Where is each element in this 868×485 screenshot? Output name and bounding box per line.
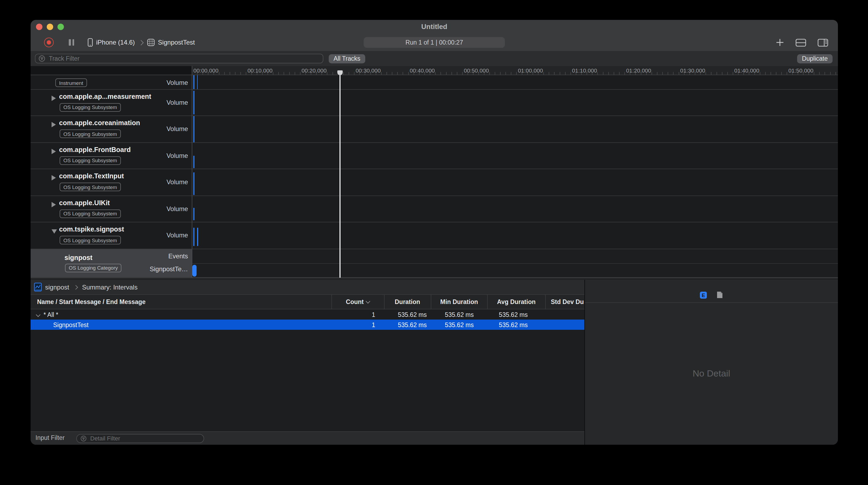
document-detail-tab[interactable]	[716, 291, 723, 299]
row-expand-chevron-icon[interactable]	[36, 312, 40, 317]
time-ruler[interactable]: 00:00.000 00:10.000 00:20.000 00:30.000 …	[31, 66, 838, 75]
tick-label: 01:30.000	[680, 67, 705, 73]
breadcrumb-instrument[interactable]: signpost	[45, 283, 69, 291]
bottom-section: signpost Summary: Intervals Name / Start…	[31, 280, 838, 445]
disclosure-triangle-icon[interactable]	[52, 175, 56, 180]
disclosure-triangle-icon[interactable]	[52, 229, 57, 234]
detail-filter-field[interactable]	[76, 434, 204, 443]
signpost-track-header[interactable]	[31, 249, 192, 277]
track-name: com.tspike.signpost	[59, 225, 124, 233]
row-name: * All *	[43, 311, 58, 318]
track-kind-badge: OS Logging Subsystem	[60, 156, 121, 164]
column-header-avg-duration[interactable]: Avg Duration	[487, 295, 545, 309]
column-header-duration[interactable]: Duration	[384, 295, 431, 309]
track-header-divider	[192, 66, 192, 277]
timeline: 00:00.000 00:10.000 00:20.000 00:30.000 …	[31, 66, 838, 277]
tick-label: 00:30.000	[355, 67, 380, 73]
track-row[interactable]: com.tspike.signpost OS Logging Subsystem…	[31, 222, 838, 249]
lane-label: SignpostTe…	[150, 265, 188, 273]
track-row[interactable]: com.apple.ap...measurement OS Logging Su…	[31, 89, 838, 116]
row-count-cell: 1	[331, 320, 384, 330]
track-row[interactable]: Instrument Volume	[31, 75, 838, 89]
disclosure-triangle-icon[interactable]	[52, 122, 56, 127]
lane-label: Volume	[166, 205, 188, 213]
no-detail-message: No Detail	[693, 368, 730, 379]
table-row-selected[interactable]: SignpostTest 1 535.62 ms 535.62 ms 535.6…	[31, 320, 584, 330]
event-line	[193, 228, 194, 246]
row-min-duration-cell: 535.62 ms	[431, 309, 487, 320]
detail-filter-input[interactable]	[89, 434, 200, 442]
column-header-name[interactable]: Name / Start Message / End Message	[31, 295, 331, 309]
table-empty-area	[31, 330, 584, 431]
row-avg-duration-cell: 535.62 ms	[487, 320, 545, 330]
tick-label: 01:40.000	[734, 67, 759, 73]
app-icon	[147, 39, 155, 46]
row-count-cell: 1	[331, 309, 384, 320]
target-picker[interactable]: iPhone (14.6) SignpostTest	[88, 34, 195, 51]
column-header-count-label: Count	[346, 299, 364, 305]
summary-pane: signpost Summary: Intervals Name / Start…	[31, 280, 584, 445]
detail-pane-content: No Detail	[585, 303, 838, 445]
track-name: com.apple.TextInput	[59, 173, 124, 180]
track-kind-badge: OS Logging Subsystem	[60, 209, 121, 218]
track-row[interactable]: com.apple.coreanimation OS Logging Subsy…	[31, 116, 838, 143]
tick-label: 00:10.000	[247, 67, 272, 73]
tick-label: 00:00.000	[193, 67, 218, 73]
lane-label: Volume	[166, 152, 188, 159]
track-filter-field[interactable]	[35, 54, 323, 63]
track-filter-input[interactable]	[48, 55, 319, 62]
filter-icon	[39, 55, 45, 62]
duplicate-button[interactable]: Duplicate	[797, 54, 833, 63]
toggle-bottom-pane-button[interactable]	[796, 38, 806, 47]
run-info: Run 1 of 1 | 00:00:27	[364, 37, 505, 48]
track-name: signpost	[64, 254, 92, 261]
all-tracks-button[interactable]: All Tracks	[329, 54, 365, 63]
chevron-right-icon	[73, 285, 78, 290]
chevron-right-icon	[138, 40, 144, 45]
lane-label: Volume	[166, 79, 188, 87]
track-kind-badge: OS Logging Category	[65, 264, 122, 272]
add-instrument-button[interactable]	[776, 38, 784, 47]
disclosure-triangle-icon[interactable]	[52, 149, 56, 154]
event-line	[193, 155, 194, 168]
jump-bar[interactable]: signpost Summary: Intervals	[31, 280, 584, 295]
instrument-icon	[34, 282, 42, 292]
record-button[interactable]	[44, 38, 54, 47]
signpost-interval-bar[interactable]	[192, 265, 196, 276]
row-min-duration-cell: 535.62 ms	[431, 320, 487, 330]
disclosure-triangle-icon[interactable]	[52, 95, 56, 101]
event-line	[193, 91, 194, 114]
row-duration-cell: 535.62 ms	[384, 309, 431, 320]
pane-splitter[interactable]	[31, 277, 838, 280]
breadcrumb-view[interactable]: Summary: Intervals	[82, 283, 137, 291]
playhead-line[interactable]	[339, 75, 340, 277]
title-bar[interactable]: Untitled	[31, 20, 838, 34]
sort-chevron-icon	[366, 299, 370, 303]
event-line	[193, 75, 194, 89]
table-row[interactable]: * All * 1 535.62 ms 535.62 ms 535.62 ms	[31, 309, 584, 320]
column-header-std-dev-duration[interactable]: Std Dev Du	[545, 295, 584, 309]
track-kind-badge: OS Logging Subsystem	[60, 129, 121, 138]
tick-label: 00:20.000	[302, 67, 327, 73]
track-row[interactable]: com.apple.UIKit OS Logging Subsystem Vol…	[31, 196, 838, 222]
signpost-track-row[interactable]: signpost OS Logging Category Events Sign…	[31, 249, 838, 277]
track-row[interactable]: com.apple.FrontBoard OS Logging Subsyste…	[31, 143, 838, 169]
toggle-right-pane-button[interactable]	[817, 38, 828, 47]
track-name: com.apple.coreanimation	[59, 119, 140, 127]
pause-button[interactable]	[69, 39, 75, 46]
column-header-count[interactable]: Count	[331, 295, 384, 309]
disclosure-triangle-icon[interactable]	[52, 202, 56, 207]
instruments-window: Untitled iPhone (14.6) SignpostTest Run …	[31, 20, 838, 445]
track-row[interactable]: com.apple.TextInput OS Logging Subsystem…	[31, 169, 838, 196]
lane-label: Volume	[166, 125, 188, 133]
row-avg-duration-cell: 535.62 ms	[487, 309, 545, 320]
lane-label: Events	[168, 252, 188, 260]
toolbar-right-buttons	[776, 34, 828, 51]
target-app-name: SignpostTest	[158, 39, 195, 46]
column-header-min-duration[interactable]: Min Duration	[431, 295, 487, 309]
event-line	[197, 75, 198, 89]
extended-detail-tab[interactable]: E	[700, 292, 707, 298]
tick-label: 01:10.000	[572, 67, 597, 73]
row-name-cell: * All *	[31, 309, 331, 320]
track-name: com.apple.FrontBoard	[59, 146, 131, 153]
